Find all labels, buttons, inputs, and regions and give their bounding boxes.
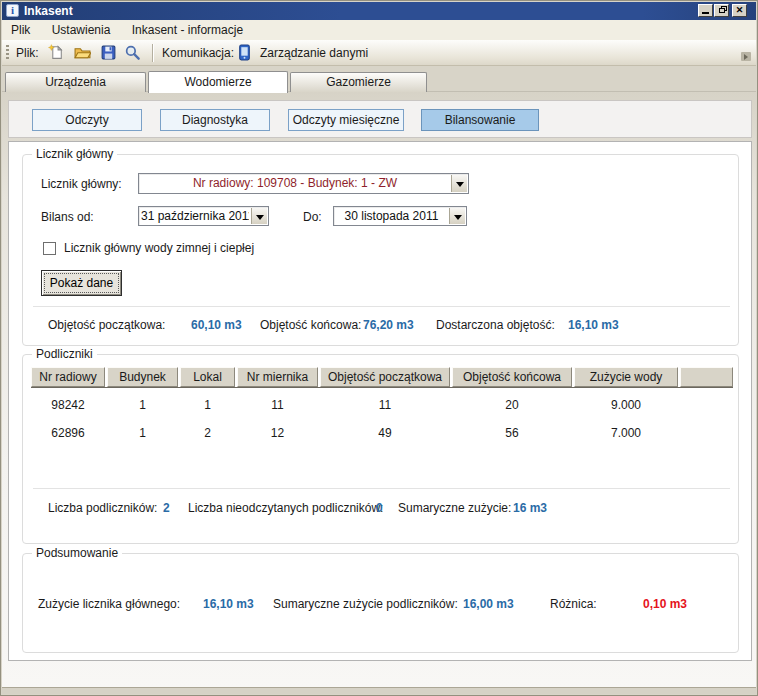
toolbar: Plik: — [2, 40, 756, 66]
cell-empty — [680, 420, 733, 447]
submeters-usage-value: 16,00 m3 — [463, 597, 514, 611]
minimize-icon — [702, 12, 709, 14]
tab-page: Odczyty Diagnostyka Odczyty miesięczne B… — [2, 92, 756, 689]
save-floppy-icon — [100, 44, 117, 61]
cell-objetosc-poczatkowa: 49 — [320, 420, 450, 447]
group-podsumowanie-title: Podsumowanie — [32, 546, 122, 560]
date-from-value: 31 października 2011 — [141, 207, 249, 225]
unread-submeter-count-label: Liczba nieodczytanych podliczników: — [188, 501, 383, 515]
main-meter-combobox[interactable]: Nr radiowy: 109708 - Budynek: 1 - ZW — [138, 173, 469, 194]
column-header-budynek[interactable]: Budynek — [107, 367, 178, 387]
submeters-usage-label: Sumaryczne zużycie podliczników: — [273, 597, 458, 611]
balance-to-label: Do: — [303, 210, 322, 224]
table-row[interactable]: 98242 1 1 11 11 20 9.000 — [31, 392, 733, 419]
main-meter-usage-label: Zużycie licznika głównego: — [38, 597, 180, 611]
manage-data-label[interactable]: Zarządzanie danymi — [260, 46, 368, 60]
menu-ustawienia[interactable]: Ustawienia — [43, 20, 120, 40]
save-button[interactable] — [100, 44, 119, 63]
search-button[interactable] — [124, 44, 143, 63]
subtab-odczyty-miesieczne[interactable]: Odczyty miesięczne — [288, 109, 404, 131]
toolbar-communication-label: Komunikacja: — [162, 46, 234, 60]
search-icon — [124, 44, 141, 61]
subtab-bilansowanie[interactable]: Bilansowanie — [421, 109, 539, 131]
menu-plik[interactable]: Plik — [2, 20, 39, 40]
unread-submeter-count-value: 0 — [376, 501, 383, 515]
tab-urzadzenia[interactable]: Urządzenia — [5, 72, 146, 92]
cell-nr-miernika: 12 — [237, 420, 318, 447]
main-meter-usage-value: 16,10 m3 — [203, 597, 254, 611]
delivered-volume-value: 16,10 m3 — [568, 318, 619, 332]
show-data-button[interactable]: Pokaż dane — [41, 270, 122, 296]
difference-value: 0,10 m3 — [643, 597, 687, 611]
cell-nr-radiowy: 62896 — [31, 420, 105, 447]
manage-data-button[interactable] — [236, 44, 255, 63]
app-icon: i — [6, 4, 19, 17]
delivered-volume-label: Dostarczona objętość: — [436, 318, 555, 332]
chevron-down-icon[interactable] — [451, 175, 467, 192]
total-usage-value: 16 m3 — [513, 501, 547, 515]
cell-zuzycie-wody: 7.000 — [574, 420, 678, 447]
difference-label: Różnica: — [550, 597, 597, 611]
group-licznik-glowny: Licznik główny Licznik główny: Nr radiow… — [22, 154, 739, 346]
chevron-down-icon[interactable] — [251, 208, 267, 224]
cell-empty — [680, 392, 733, 419]
cell-objetosc-poczatkowa: 11 — [320, 392, 450, 419]
main-tabstrip: Urządzenia Wodomierze Gazomierze — [2, 71, 756, 92]
column-header-objetosc-poczatkowa[interactable]: Objętość początkowa — [320, 367, 450, 387]
cell-objetosc-koncowa: 20 — [452, 392, 572, 419]
submeter-count-value: 2 — [163, 501, 170, 515]
tab-wodomierze[interactable]: Wodomierze — [148, 71, 288, 93]
table-row[interactable]: 62896 1 2 12 49 56 7.000 — [31, 420, 733, 447]
new-file-button[interactable] — [48, 44, 67, 63]
date-from-picker[interactable]: 31 października 2011 — [138, 206, 269, 226]
menu-bar: Plik Ustawienia Inkasent - informacje — [2, 20, 756, 40]
column-header-zuzycie-wody[interactable]: Zużycie wody — [574, 367, 678, 387]
cell-budynek: 1 — [107, 420, 178, 447]
cold-hot-water-checkbox[interactable] — [43, 242, 56, 255]
cold-hot-water-checkbox-label: Licznik główny wody zimnej i ciepłej — [64, 241, 254, 255]
window-title: Inkasent — [24, 4, 73, 18]
content-panel: Licznik główny Licznik główny: Nr radiow… — [8, 141, 752, 661]
toolbar-file-label: Plik: — [16, 46, 39, 60]
toolbar-grip[interactable] — [6, 45, 9, 61]
menu-inkasent-informacje[interactable]: Inkasent - informacje — [123, 20, 252, 40]
column-header-objetosc-koncowa[interactable]: Objętość końcowa — [452, 367, 572, 387]
chevron-down-icon[interactable] — [449, 208, 465, 224]
new-file-icon — [48, 44, 65, 61]
cell-nr-radiowy: 98242 — [31, 392, 105, 419]
date-to-picker[interactable]: 30 listopada 2011 — [333, 206, 467, 226]
main-meter-combobox-value: Nr radiowy: 109708 - Budynek: 1 - ZW — [141, 174, 449, 193]
column-header-nr-miernika[interactable]: Nr miernika — [237, 367, 318, 387]
app-window: i Inkasent ✕ Plik Ustawienia Inkasent - … — [0, 0, 758, 696]
cell-objetosc-koncowa: 56 — [452, 420, 572, 447]
cell-budynek: 1 — [107, 392, 178, 419]
close-button[interactable]: ✕ — [732, 4, 747, 17]
subtab-strip: Odczyty Diagnostyka Odczyty miesięczne B… — [8, 100, 752, 138]
initial-volume-value: 60,10 m3 — [191, 318, 242, 332]
initial-volume-label: Objętość początkowa: — [48, 318, 165, 332]
cell-lokal: 2 — [180, 420, 235, 447]
group-podliczniki: Podliczniki Nr radiowy Budynek Lokal Nr … — [22, 354, 739, 544]
subtab-odczyty[interactable]: Odczyty — [32, 109, 142, 131]
column-header-nr-radiowy[interactable]: Nr radiowy — [31, 367, 105, 387]
submeter-count-label: Liczba podliczników: — [48, 501, 157, 515]
handheld-device-icon — [236, 44, 253, 61]
meter-combo-label: Licznik główny: — [41, 177, 122, 191]
group-licznik-glowny-title: Licznik główny — [32, 147, 117, 161]
cell-zuzycie-wody: 9.000 — [574, 392, 678, 419]
column-header-lokal[interactable]: Lokal — [180, 367, 235, 387]
minimize-button[interactable] — [698, 4, 713, 17]
toolbar-overflow-icon[interactable] — [741, 52, 751, 61]
open-folder-icon — [74, 44, 91, 61]
restore-button[interactable] — [714, 4, 729, 17]
title-bar[interactable]: i Inkasent ✕ — [2, 2, 756, 20]
column-header-empty[interactable] — [680, 367, 733, 387]
total-usage-label: Sumaryczne zużycie: — [398, 501, 511, 515]
tab-gazomierze[interactable]: Gazomierze — [290, 72, 427, 92]
divider — [33, 306, 730, 307]
toolbar-separator — [152, 44, 153, 62]
subtab-diagnostyka[interactable]: Diagnostyka — [160, 109, 270, 131]
final-volume-label: Objętość końcowa: — [260, 318, 361, 332]
group-podsumowanie: Podsumowanie Zużycie licznika głównego: … — [22, 553, 739, 653]
open-file-button[interactable] — [74, 44, 93, 63]
